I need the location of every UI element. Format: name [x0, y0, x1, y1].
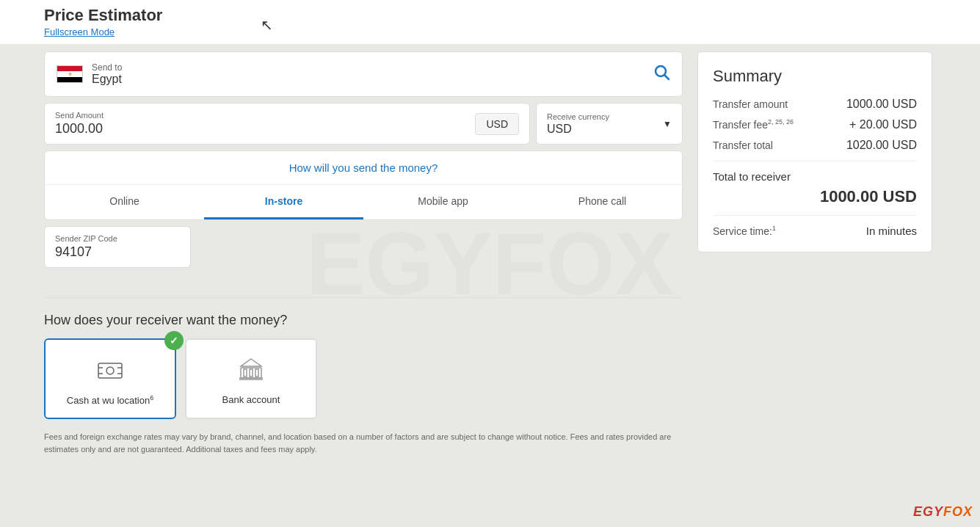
- send-amount-value: 1000.00: [55, 121, 469, 137]
- search-icon: [653, 63, 670, 81]
- tab-instore[interactable]: In-store: [204, 185, 363, 219]
- egyfox-logo: EGYFOX: [913, 504, 973, 520]
- how-send-title[interactable]: How will you send the money?: [45, 151, 682, 185]
- cash-svg: [94, 353, 126, 385]
- amount-field-wrap: Send Amount 1000.00: [55, 111, 469, 137]
- service-superscript: 1: [772, 225, 776, 232]
- tabs-row: Online In-store Mobile app Phone call: [45, 185, 682, 219]
- bank-svg: [235, 353, 267, 385]
- page-title: Price Estimator: [44, 6, 936, 25]
- receive-currency-text: Receive currency USD: [547, 112, 609, 136]
- receiver-section: How does your receiver want the money? ✓: [44, 313, 683, 419]
- summary-box: Summary Transfer amount 1000.00 USD Tran…: [697, 51, 932, 252]
- transfer-total-value: 1020.00 USD: [846, 139, 917, 152]
- receive-currency-value: USD: [547, 123, 572, 135]
- receive-currency-label: Receive currency: [547, 112, 609, 121]
- tab-mobileapp[interactable]: Mobile app: [363, 185, 523, 219]
- transfer-fee-label: Transfer fee2, 25, 26: [713, 118, 794, 131]
- eagle-icon: ⚜: [68, 70, 73, 77]
- bank-option-label: Bank account: [201, 394, 301, 405]
- cash-option-label: Cash at wu location6: [60, 394, 160, 406]
- receiver-question: How does your receiver want the money?: [44, 313, 683, 328]
- flag-black-stripe: [57, 77, 82, 82]
- egypt-flag: ⚜: [57, 65, 83, 83]
- svg-rect-2: [98, 363, 122, 378]
- divider: [44, 297, 683, 298]
- fullscreen-link[interactable]: Fullscreen Mode: [44, 26, 115, 37]
- svg-rect-9: [244, 369, 247, 377]
- send-to-text: Send to Egypt: [92, 62, 122, 86]
- svg-marker-12: [241, 359, 261, 366]
- svg-rect-10: [250, 369, 253, 377]
- zip-section[interactable]: Sender ZIP Code 94107: [44, 226, 191, 268]
- send-amount-box[interactable]: Send Amount 1000.00 USD: [44, 103, 530, 145]
- send-currency-badge: USD: [475, 113, 519, 135]
- service-time-row: Service time:1 In minutes: [713, 225, 917, 237]
- egyfox-text: EGY: [913, 504, 943, 519]
- service-time-value: In minutes: [866, 225, 917, 237]
- disclaimer: Fees and foreign exchange rates may vary…: [44, 431, 683, 455]
- receive-currency-box[interactable]: Receive currency USD ▼: [536, 103, 683, 145]
- search-button[interactable]: [653, 63, 670, 85]
- transfer-total-label: Transfer total: [713, 139, 773, 151]
- service-time-label: Service time:1: [713, 225, 776, 237]
- send-to-left: ⚜ Send to Egypt: [57, 62, 122, 86]
- tab-online[interactable]: Online: [45, 185, 204, 219]
- cash-at-wu-option[interactable]: ✓ Cash at wu location6: [44, 338, 176, 419]
- summary-title: Summary: [713, 67, 917, 86]
- send-to-label: Send to: [92, 62, 122, 73]
- svg-line-1: [665, 76, 669, 80]
- how-send-section: How will you send the money? Online In-s…: [44, 150, 683, 220]
- send-to-box[interactable]: ⚜ Send to Egypt: [44, 51, 683, 97]
- flag-white-stripe: ⚜: [57, 71, 82, 76]
- bank-icon: [233, 352, 269, 387]
- zip-value: 94107: [55, 244, 180, 260]
- tab-phonecall[interactable]: Phone call: [523, 185, 682, 219]
- payment-options: ✓ Cash at wu location6: [44, 338, 683, 419]
- send-amount-label: Send Amount: [55, 111, 469, 120]
- transfer-amount-label: Transfer amount: [713, 98, 788, 110]
- total-receiver-value: 1000.00 USD: [713, 187, 917, 206]
- summary-divider: [713, 161, 917, 161]
- send-to-country: Egypt: [92, 73, 122, 86]
- main-content: ⚜ Send to Egypt: [0, 44, 980, 470]
- page-header: Price Estimator Fullscreen Mode: [0, 0, 980, 44]
- left-panel: ⚜ Send to Egypt: [44, 51, 683, 455]
- zip-label: Sender ZIP Code: [55, 234, 180, 243]
- cash-icon: [92, 352, 128, 387]
- fee-superscript: 2, 25, 26: [768, 118, 794, 126]
- dropdown-arrow-icon: ▼: [663, 119, 672, 129]
- svg-point-3: [106, 367, 114, 374]
- transfer-fee-value: + 20.00 USD: [849, 118, 917, 131]
- summary-transfer-fee-row: Transfer fee2, 25, 26 + 20.00 USD: [713, 118, 917, 131]
- summary-divider-2: [713, 215, 917, 216]
- total-receiver-label: Total to receiver: [713, 170, 917, 183]
- amount-row: Send Amount 1000.00 USD Receive currency…: [44, 103, 683, 145]
- bank-account-option[interactable]: Bank account: [185, 338, 317, 419]
- right-panel: Summary Transfer amount 1000.00 USD Tran…: [697, 51, 932, 455]
- check-badge: ✓: [164, 331, 184, 350]
- transfer-amount-value: 1000.00 USD: [846, 98, 917, 111]
- svg-rect-11: [255, 369, 258, 377]
- summary-transfer-total-row: Transfer total 1020.00 USD: [713, 139, 917, 152]
- summary-transfer-amount-row: Transfer amount 1000.00 USD: [713, 98, 917, 111]
- cash-superscript: 6: [150, 394, 153, 401]
- zip-section-wrap: Sender ZIP Code 94107: [44, 226, 683, 298]
